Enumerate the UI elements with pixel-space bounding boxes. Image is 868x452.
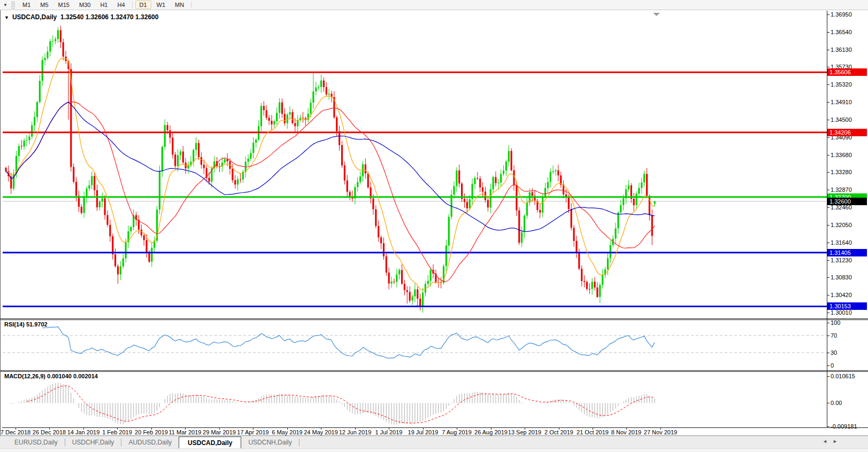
price-tick-label: 1.35320 [831, 81, 868, 88]
timeframe-buttons-group: M1M5M15M30H1H4D1W1MN [18, 1, 194, 9]
axis-tick [827, 313, 829, 313]
date-label: 20 Feb 2019 [135, 429, 168, 435]
level-price-badge: 1.35606 [827, 68, 867, 76]
chart-shift-marker-icon[interactable] [653, 13, 660, 16]
level-price-badge: 1.34206 [827, 129, 867, 136]
tab-usdchf[interactable]: USDCHF,Daily [65, 437, 121, 448]
rsi-indicator-canvas[interactable] [3, 320, 827, 370]
rsi-tick-label: 70 [831, 332, 868, 339]
axis-tick [827, 190, 829, 190]
toolbar-dropdown-button[interactable]: ▼ [1, 1, 10, 9]
macd-tick-label: 0.00 [831, 399, 868, 407]
axis-tick [827, 155, 829, 155]
axis-tick [827, 376, 829, 377]
price-tick-label: 1.30830 [831, 274, 868, 281]
rsi-tick-label: 0 [831, 362, 868, 369]
timeframe-button-h4[interactable]: H4 [113, 1, 129, 9]
macd-label: MACD(12,26,9) 0.001040 0.002014 [4, 373, 98, 379]
price-tick-label: 1.33280 [831, 168, 868, 176]
rsi-label: RSI(14) 51.9702 [4, 321, 48, 328]
macd-signal-line [27, 386, 655, 423]
price-tick-label: 1.30420 [831, 291, 868, 299]
date-label: 12 Jun 2019 [339, 429, 372, 435]
date-label: 19 Jul 2019 [408, 429, 439, 435]
rsi-tick-label: 100 [831, 319, 868, 326]
tab-usdcnh[interactable]: USDCNH,Daily [241, 437, 298, 448]
date-label: 21 Oct 2019 [577, 429, 609, 435]
tab-scroll-right-icon[interactable]: ► [833, 439, 838, 444]
timeframe-button-h1[interactable]: H1 [96, 1, 112, 9]
tab-separator [299, 439, 299, 446]
date-label: 26 Aug 2019 [474, 429, 508, 435]
toolbar-separator [132, 2, 133, 9]
axis-tick [827, 102, 829, 103]
price-tick-label: 1.34500 [831, 116, 868, 123]
axis-tick [827, 260, 829, 261]
toolbar-separator [191, 2, 191, 9]
chart-tabs: EURUSD,DailyUSDCHF,DailyAUDUSD,DailyUSDC… [0, 437, 868, 448]
trading-terminal-window: ▼ M1M5M15M30H1H4D1W1MN ▼USDCAD,Daily 1.3… [0, 0, 868, 452]
dropdown-arrow-icon: ▼ [3, 3, 7, 7]
chart-title: ▼USDCAD,Daily 1.32540 1.32606 1.32470 1.… [4, 13, 158, 21]
timeframe-button-mn[interactable]: MN [171, 1, 188, 9]
axis-tick [827, 84, 829, 85]
axis-tick [827, 14, 829, 15]
price-tick-label: 1.34910 [831, 98, 868, 106]
timeframe-button-m30[interactable]: M30 [75, 1, 95, 9]
date-label: 1 Feb 2019 [102, 429, 132, 435]
moving-average-25 [6, 102, 655, 282]
price-tick-label: 1.33680 [831, 151, 868, 159]
price-tick-label: 1.31640 [831, 239, 868, 246]
timeframe-button-m15[interactable]: M15 [54, 1, 74, 9]
axis-tick [827, 32, 829, 33]
chart-ohlc-values: 1.32540 1.32606 1.32470 1.32600 [60, 13, 159, 21]
panel-splitter-main-rsi[interactable] [1, 318, 868, 320]
axis-tick [827, 243, 829, 243]
date-label: 17 Apr 2019 [237, 429, 268, 435]
chart-window: ▼USDCAD,Daily 1.32540 1.32606 1.32470 1.… [0, 10, 868, 435]
date-label: 13 Sep 2019 [508, 429, 541, 435]
candlesticks [5, 26, 655, 313]
date-label: 7 Aug 2019 [442, 429, 472, 435]
date-label: 24 May 2019 [304, 429, 338, 435]
date-label: 7 Dec 2018 [1, 429, 30, 435]
tab-audusd[interactable]: AUDUSD,Daily [121, 437, 179, 448]
toolbar-grip-handle[interactable] [11, 2, 15, 9]
date-label: 27 Nov 2019 [644, 429, 677, 435]
axis-tick [827, 336, 829, 336]
axis-tick [827, 225, 829, 225]
timeframe-button-w1[interactable]: W1 [152, 1, 170, 9]
tab-usdcad[interactable]: USDCAD,Daily [179, 437, 241, 448]
level-price-badge: 1.30153 [827, 302, 867, 310]
axis-tick [827, 137, 829, 138]
date-label: 8 Nov 2019 [611, 429, 641, 435]
axis-tick [827, 67, 829, 67]
axis-tick [827, 207, 829, 208]
tab-eurusd[interactable]: EURUSD,Daily [7, 437, 65, 448]
timeframe-button-d1[interactable]: D1 [135, 1, 151, 9]
tabbar-substrip [0, 448, 868, 452]
price-tick-label: 1.36540 [831, 28, 868, 36]
timeframe-button-m1[interactable]: M1 [18, 1, 35, 9]
macd-tick-label: -0.009181 [831, 423, 868, 430]
macd-indicator-canvas[interactable] [3, 372, 827, 427]
axis-tick [827, 172, 829, 173]
price-tick-label: 1.32870 [831, 186, 868, 193]
tab-scroll-left-icon[interactable]: ◄ [823, 439, 827, 444]
price-chart-canvas[interactable] [3, 11, 827, 319]
axis-tick [827, 120, 829, 120]
chart-tab-bar: EURUSD,DailyUSDCHF,DailyAUDUSD,DailyUSDC… [0, 435, 868, 452]
axis-tick [827, 295, 829, 295]
timeframe-button-m5[interactable]: M5 [36, 1, 52, 9]
axis-tick [827, 50, 829, 50]
macd-histogram [11, 383, 655, 425]
date-axis-border [2, 427, 868, 428]
panel-splitter-rsi-macd[interactable] [1, 370, 868, 372]
date-label: 1 Jul 2019 [375, 429, 403, 435]
date-label: 26 Dec 2018 [33, 429, 66, 435]
date-label: 6 May 2019 [272, 429, 302, 435]
rsi-line [42, 327, 655, 359]
chart-title-dropdown-icon[interactable]: ▼ [4, 15, 9, 20]
axis-tick [827, 426, 829, 427]
moving-average-60 [6, 102, 655, 231]
